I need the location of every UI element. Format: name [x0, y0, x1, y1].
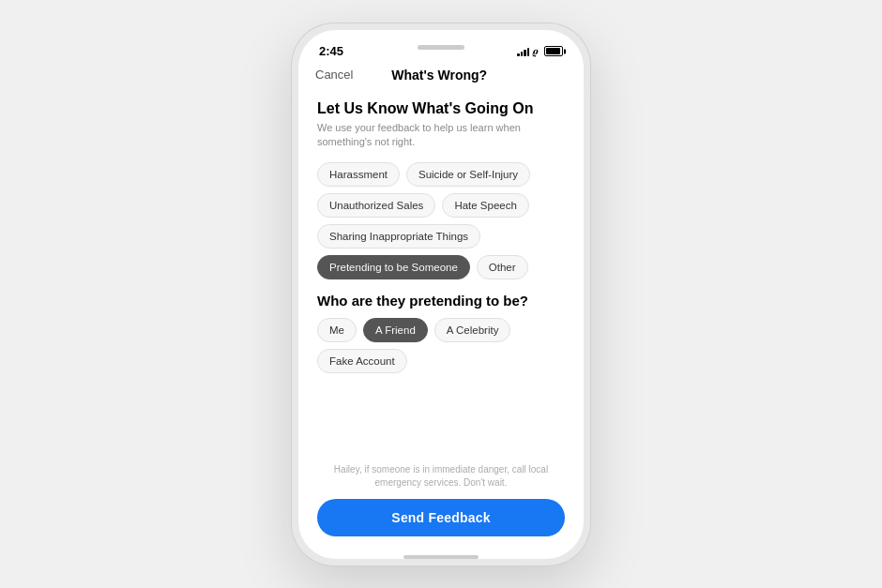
emergency-text: Hailey, if someone is in immediate dange… [317, 463, 565, 490]
pretend-tag[interactable]: A Friend [363, 318, 428, 342]
battery-icon [544, 46, 563, 56]
report-tag[interactable]: Harassment [317, 162, 400, 187]
report-tag[interactable]: Other [477, 255, 528, 279]
signal-icon [517, 47, 529, 56]
content-area: Let Us Know What's Going On We use your … [298, 90, 584, 456]
nav-title: What's Wrong? [391, 68, 487, 83]
subsection-title: Who are they pretending to be? [317, 293, 565, 309]
bottom-area: Hailey, if someone is in immediate dange… [298, 456, 584, 550]
status-icons: 𝝔 [517, 45, 563, 57]
report-tag[interactable]: Suicide or Self-Injury [406, 162, 530, 187]
section-desc: We use your feedback to help us learn wh… [317, 121, 565, 150]
home-indicator [403, 555, 479, 559]
status-time: 2:45 [319, 44, 343, 58]
report-tags-group: HarassmentSuicide or Self-InjuryUnauthor… [317, 162, 565, 279]
nav-bar: Cancel What's Wrong? [298, 64, 584, 90]
send-feedback-button[interactable]: Send Feedback [317, 499, 565, 536]
report-tag[interactable]: Hate Speech [442, 193, 529, 218]
report-tag[interactable]: Sharing Inappropriate Things [317, 224, 480, 249]
cancel-button[interactable]: Cancel [315, 68, 353, 82]
wifi-icon: 𝝔 [533, 45, 539, 57]
phone-frame: 2:45 𝝔 Cancel What's Wrong? L [291, 23, 591, 566]
report-tag[interactable]: Pretending to be Someone [317, 255, 470, 279]
pretend-tag[interactable]: Fake Account [317, 349, 407, 373]
section-title: Let Us Know What's Going On [317, 99, 565, 117]
pretend-tag[interactable]: A Celebrity [434, 318, 511, 342]
report-tag[interactable]: Unauthorized Sales [317, 193, 435, 218]
pretend-tags-group: MeA FriendA CelebrityFake Account [317, 318, 565, 373]
pretend-tag[interactable]: Me [317, 318, 357, 342]
phone-speaker [418, 45, 464, 50]
phone-screen: 2:45 𝝔 Cancel What's Wrong? L [298, 30, 584, 559]
